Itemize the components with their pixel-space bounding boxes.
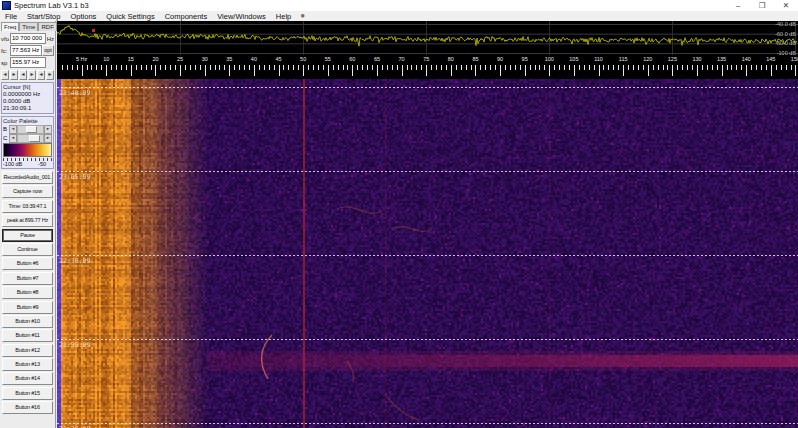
menu-item-quick-settings[interactable]: Quick Settings — [101, 12, 159, 21]
frequency-ticks — [57, 64, 798, 79]
side-button-button-14[interactable]: Button #14 — [2, 372, 53, 385]
side-button-pause[interactable]: Pause — [2, 229, 53, 242]
freq-label-55: 55 — [325, 56, 331, 62]
maximize-icon[interactable]: ❐ — [750, 0, 774, 11]
side-button-button-6[interactable]: Button #6 — [2, 257, 53, 270]
freq-label-30: 30 — [202, 56, 208, 62]
side-button-button-16[interactable]: Button #16 — [2, 401, 53, 414]
freq-label-140: 140 — [742, 56, 751, 62]
freq-label-95: 95 — [522, 56, 528, 62]
freq-label-20: 20 — [152, 56, 158, 62]
menu-item-view-windows[interactable]: View/Windows — [212, 12, 271, 21]
side-button-button-11[interactable]: Button #11 — [2, 329, 53, 342]
sp-label: sp — [1, 60, 10, 66]
tab-freq[interactable]: Freq — [1, 22, 19, 31]
control-panel: FreqTimeRDF vfo 10 700 000 Hz fc: 77.563… — [0, 21, 56, 428]
palette-slider-thumb[interactable] — [26, 126, 37, 133]
menu-item-file[interactable]: File — [0, 12, 22, 21]
side-button-peak-at-899-77-hz[interactable]: peak at 899.77 Hz — [2, 214, 53, 227]
tab-rdf[interactable]: RDF — [38, 22, 56, 31]
freq-label-65: 65 — [374, 56, 380, 62]
fc-opt-button[interactable]: opt — [42, 45, 54, 56]
freq-label-135: 135 — [717, 56, 726, 62]
palette-scale-min: -100 dB — [3, 161, 22, 167]
side-button-button-15[interactable]: Button #15 — [2, 387, 53, 400]
palette-slider-track-c[interactable] — [17, 134, 44, 143]
side-button-button-13[interactable]: Button #13 — [2, 358, 53, 371]
freq-label-70: 70 — [399, 56, 405, 62]
side-button-button-10[interactable]: Button #10 — [2, 315, 53, 328]
freq-step-button-5[interactable]: ► — [46, 70, 54, 80]
menu-item-options[interactable]: Options — [65, 12, 101, 21]
freq-step-button-4[interactable]: ◄ — [37, 70, 45, 80]
menu-item-start-stop[interactable]: Start/Stop — [22, 12, 65, 21]
fc-input[interactable]: 77.563 Hz — [10, 45, 42, 56]
palette-sliders: B◄►C◄► — [3, 125, 52, 142]
side-button-button-7[interactable]: Button #7 — [2, 272, 53, 285]
tab-time[interactable]: Time — [19, 22, 38, 31]
fc-row: fc: 77.563 Hz opt — [1, 45, 54, 56]
vfo-input[interactable]: 10 700 000 — [10, 33, 46, 44]
color-palette-title: Color Palette — [3, 118, 52, 124]
db-label-600: -60.0 dB — [775, 31, 796, 37]
slider-right-arrow-icon[interactable]: ► — [44, 125, 52, 134]
side-button-capture-now[interactable]: Capture now — [2, 185, 53, 198]
side-button-button-8[interactable]: Button #8 — [2, 286, 53, 299]
vfo-label: vfo — [1, 36, 10, 42]
freq-label-10: 10 — [103, 56, 109, 62]
palette-slider-thumb[interactable] — [29, 135, 40, 142]
freq-label-85: 85 — [472, 56, 478, 62]
freq-label-110: 110 — [594, 56, 603, 62]
freq-label-45: 45 — [275, 56, 281, 62]
freq-label-35: 35 — [226, 56, 232, 62]
side-button-recordedaudio-001-[interactable]: RecordedAudio_001. — [2, 171, 53, 184]
freq-label-75: 75 — [423, 56, 429, 62]
freq-label-15: 15 — [128, 56, 134, 62]
side-button-button-12[interactable]: Button #12 — [2, 344, 53, 357]
spectrum-graph[interactable]: -40.0 dB-60.0 dB-80.0 dB-100 dB — [57, 21, 798, 55]
freq-label-130: 130 — [692, 56, 701, 62]
cursor-panel-title: Cursor [N] — [3, 84, 52, 90]
freq-step-button-1[interactable]: ► — [10, 70, 18, 80]
palette-scale-max: -50 — [38, 161, 46, 167]
close-icon[interactable]: ✕ — [774, 0, 798, 11]
freq-step-button-0[interactable]: ◄ — [1, 70, 9, 80]
side-button-time-03-39-47-1[interactable]: Time: 03:39:47.1 — [2, 200, 53, 213]
minimize-icon[interactable]: – — [726, 0, 750, 11]
cursor-time: 21:30:09.1 — [3, 105, 52, 112]
slider-left-arrow-icon[interactable]: ◄ — [9, 134, 17, 143]
freq-step-button-2[interactable]: ◄ — [19, 70, 27, 80]
freq-label-90: 90 — [497, 56, 503, 62]
spectrum-plot[interactable] — [57, 21, 798, 55]
app-icon — [2, 1, 11, 10]
freq-label-5: 5 Hz — [76, 56, 87, 62]
menu-item-help[interactable]: Help — [271, 12, 296, 21]
side-button-button-9[interactable]: Button #9 — [2, 301, 53, 314]
slider-left-arrow-icon[interactable]: ◄ — [9, 125, 17, 134]
menu-item-components[interactable]: Components — [160, 12, 213, 21]
slider-right-arrow-icon[interactable]: ► — [44, 134, 52, 143]
palette-slider-b: B◄► — [3, 125, 52, 133]
freq-label-125: 125 — [668, 56, 677, 62]
sp-input[interactable]: 155.97 Hz — [10, 57, 46, 68]
freq-label-145: 145 — [766, 56, 775, 62]
palette-slider-track-b[interactable] — [17, 125, 44, 134]
vfo-unit: Hz — [46, 36, 54, 42]
color-palette-panel: Color Palette B◄►C◄► -100 dB -50 — [1, 116, 54, 169]
freq-label-115: 115 — [619, 56, 628, 62]
db-label-400: -40.0 dB — [775, 21, 796, 27]
cursor-panel: Cursor [N] 0.0000000 Hz 0.0000 dB 21:30:… — [1, 82, 54, 114]
palette-slider-c: C◄► — [3, 134, 52, 142]
freq-label-50: 50 — [300, 56, 306, 62]
side-button-continue[interactable]: Continue — [2, 243, 53, 256]
freq-label-25: 25 — [177, 56, 183, 62]
freq-label-120: 120 — [643, 56, 652, 62]
waterfall-display[interactable] — [57, 79, 798, 428]
freq-step-button-3[interactable]: ► — [28, 70, 36, 80]
waterfall-canvas[interactable] — [57, 79, 798, 428]
side-button-stack: RecordedAudio_001.Capture nowTime: 03:39… — [0, 171, 55, 414]
db-label-800: -80.0 dB — [775, 40, 796, 46]
frequency-axis[interactable]: 5 Hz101520253035404550556065707580859095… — [57, 55, 798, 79]
vfo-row: vfo 10 700 000 Hz — [1, 33, 54, 44]
cursor-level: 0.0000 dB — [3, 98, 52, 105]
